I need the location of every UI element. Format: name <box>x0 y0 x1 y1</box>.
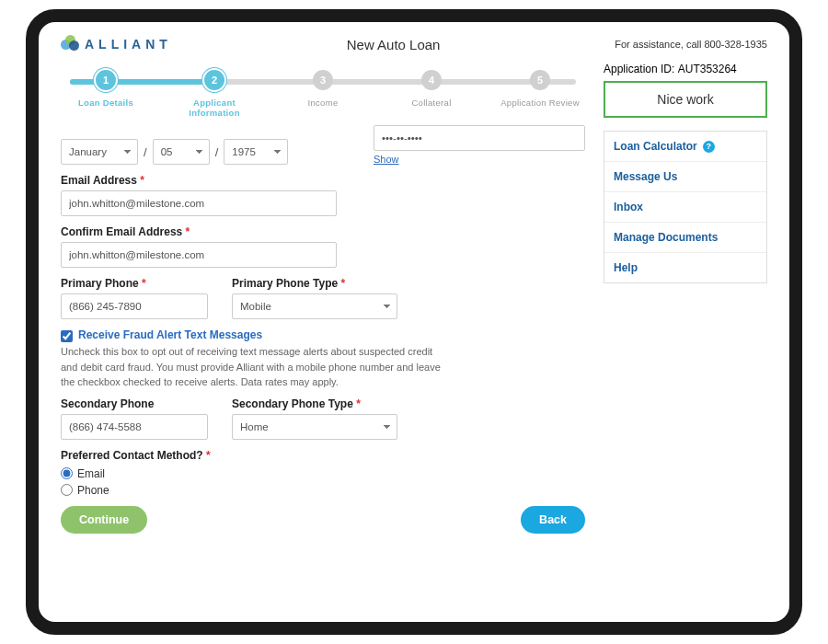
secondary-phone-label: Secondary Phone <box>61 397 208 410</box>
dob-sep-1: / <box>144 145 147 159</box>
ssn-field: Show <box>374 125 585 165</box>
sidebar-link-manage-documents[interactable]: Manage Documents <box>604 223 766 253</box>
secondary-phone-input[interactable] <box>61 414 208 440</box>
continue-button[interactable]: Continue <box>61 506 147 534</box>
ssn-input[interactable] <box>374 125 585 151</box>
primary-phone-label: Primary Phone <box>61 277 208 290</box>
ssn-show-link[interactable]: Show <box>374 154 585 165</box>
app-id-value: AUT353264 <box>678 63 737 75</box>
confirm-email-input[interactable] <box>61 242 337 268</box>
dob-day-select[interactable]: 05 <box>153 139 210 165</box>
dob-year-select[interactable]: 1975 <box>224 139 288 165</box>
step-dot: 2 <box>204 70 224 90</box>
dob-sep-2: / <box>215 145 219 159</box>
dob-month-select[interactable]: January <box>61 139 138 165</box>
contact-radio-phone[interactable] <box>61 484 73 496</box>
assistance-text: For assistance, call 800-328-1935 <box>615 39 767 50</box>
help-icon: ? <box>703 141 715 153</box>
contact-method-phone[interactable]: Phone <box>61 484 585 497</box>
secondary-phone-type-select[interactable]: Home <box>232 414 397 440</box>
sidebar-link-help[interactable]: Help <box>604 253 766 282</box>
step-label: Applicant Information <box>173 98 256 118</box>
step-label: Income <box>282 98 364 108</box>
brand-logo: ALLIANT <box>61 35 172 53</box>
page-title: New Auto Loan <box>347 37 441 52</box>
step-applicant-information[interactable]: 2Applicant Information <box>173 70 256 118</box>
sidebar-link-loan-calculator[interactable]: Loan Calculator? <box>604 132 766 162</box>
back-button[interactable]: Back <box>521 506 585 534</box>
dob-field: January / 05 / 1975 <box>61 139 288 165</box>
sidebar: Application ID: AUT353264 Nice work Loan… <box>604 63 767 534</box>
step-label: Collateral <box>390 98 473 108</box>
primary-phone-type-label: Primary Phone Type <box>232 277 397 290</box>
step-label: Application Review <box>499 98 581 108</box>
step-dot: 1 <box>96 70 116 90</box>
step-income[interactable]: 3Income <box>282 70 364 118</box>
email-input[interactable] <box>61 190 337 216</box>
confirm-email-label: Confirm Email Address <box>61 225 337 238</box>
sidebar-link-inbox[interactable]: Inbox <box>604 192 766 223</box>
sidebar-link-label: Help <box>614 261 638 274</box>
sidebar-links: Loan Calculator?Message UsInboxManage Do… <box>604 131 767 283</box>
header: ALLIANT New Auto Loan For assistance, ca… <box>61 35 767 53</box>
step-label: Loan Details <box>64 98 147 108</box>
step-loan-details[interactable]: 1Loan Details <box>64 70 147 118</box>
contact-method-email[interactable]: Email <box>61 467 585 480</box>
progress-stepper: 1Loan Details2Applicant Information3Inco… <box>61 70 585 112</box>
primary-phone-input[interactable] <box>61 293 208 319</box>
sidebar-link-label: Loan Calculator <box>614 140 697 153</box>
step-dot: 3 <box>313 70 333 90</box>
sidebar-link-label: Message Us <box>614 170 677 183</box>
secondary-phone-type-label: Secondary Phone Type <box>232 397 397 410</box>
logo-icon <box>61 35 79 53</box>
fraud-alert-helper: Uncheck this box to opt out of receiving… <box>61 344 447 390</box>
app-screen: ALLIANT New Auto Loan For assistance, ca… <box>39 22 789 622</box>
step-dot: 4 <box>421 70 442 90</box>
email-label: Email Address <box>61 174 337 187</box>
contact-method-label: Preferred Contact Method? <box>61 449 585 462</box>
status-banner: Nice work <box>604 81 767 118</box>
brand-name: ALLIANT <box>85 37 172 52</box>
main-form-area: 1Loan Details2Applicant Information3Inco… <box>61 63 585 534</box>
contact-radio-label: Phone <box>77 484 109 497</box>
fraud-alert-label: Receive Fraud Alert Text Messages <box>78 328 262 341</box>
contact-radio-label: Email <box>77 467 105 480</box>
step-application-review[interactable]: 5Application Review <box>499 70 581 118</box>
tablet-frame: ALLIANT New Auto Loan For assistance, ca… <box>26 9 802 635</box>
app-id-label: Application ID: <box>604 63 674 75</box>
primary-phone-type-select[interactable]: Mobile <box>232 293 397 319</box>
contact-radio-email[interactable] <box>61 467 73 479</box>
assist-phone: 800-328-1935 <box>704 39 767 50</box>
step-dot: 5 <box>530 70 550 90</box>
sidebar-link-label: Manage Documents <box>614 231 718 244</box>
assist-prefix: For assistance, call <box>615 39 704 50</box>
step-collateral[interactable]: 4Collateral <box>390 70 473 118</box>
application-id: Application ID: AUT353264 <box>604 63 767 75</box>
fraud-alert-checkbox[interactable] <box>61 330 73 342</box>
sidebar-link-message-us[interactable]: Message Us <box>604 162 766 192</box>
sidebar-link-label: Inbox <box>614 201 643 213</box>
